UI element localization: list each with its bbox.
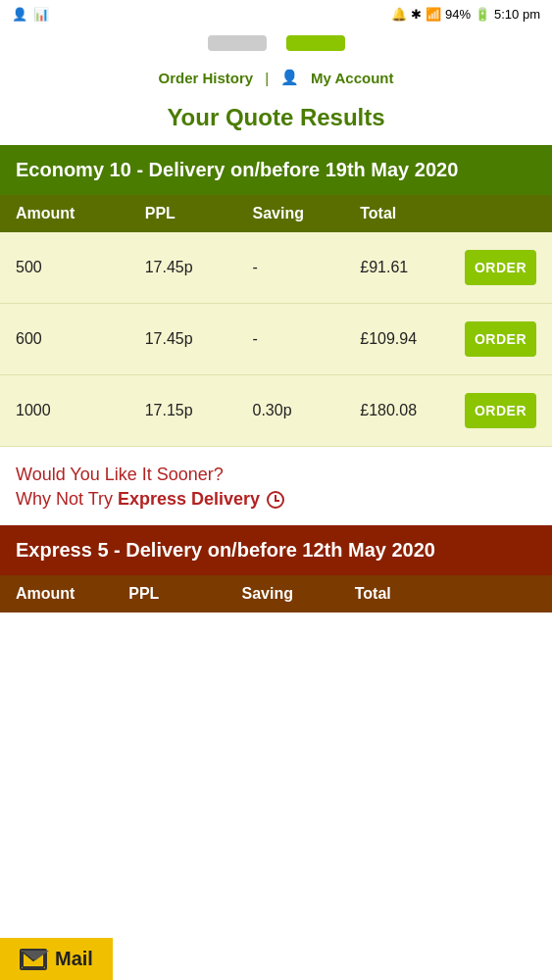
express-section: Express 5 - Delivery on/before 12th May … — [0, 525, 552, 612]
page-title: Your Quote Results — [0, 94, 552, 145]
express-col-total: Total — [355, 585, 468, 603]
express-promo: Would You Like It Sooner? Why Not Try Ex… — [0, 447, 552, 525]
economy-section: Economy 10 - Delivery on/before 19th May… — [0, 145, 552, 447]
person-icon: 👤 — [12, 7, 27, 22]
row3-ppl: 17.15p — [145, 402, 253, 419]
economy-table-header: Amount PPL Saving Total — [0, 195, 552, 232]
row2-ppl: 17.45p — [145, 330, 253, 348]
row1-total: £91.61 — [360, 259, 468, 276]
status-left: 👤 📊 — [12, 7, 49, 22]
col-header-ppl: PPL — [145, 205, 253, 222]
express-promo-line1: Would You Like It Sooner? — [16, 463, 536, 487]
battery-icon: 🔋 — [475, 7, 490, 22]
battery-text: 94% — [445, 7, 471, 22]
table-row: 1000 17.15p 0.30p £180.08 ORDER — [0, 375, 552, 447]
time-display: 5:10 pm — [494, 7, 540, 22]
col-header-total: Total — [360, 205, 468, 222]
nav-divider: | — [265, 70, 269, 86]
order-button-2[interactable]: ORDER — [465, 321, 536, 357]
express-header: Express 5 - Delivery on/before 12th May … — [0, 525, 552, 575]
wifi-icon: 📶 — [426, 7, 441, 22]
bluetooth-icon: ✱ — [411, 7, 422, 22]
row2-total: £109.94 — [360, 330, 468, 348]
alarm-icon: 🔔 — [391, 7, 407, 22]
top-button-inactive[interactable] — [208, 35, 267, 51]
table-row: 600 17.45p - £109.94 ORDER — [0, 304, 552, 375]
row3-total: £180.08 — [360, 402, 468, 419]
row2-amount: 600 — [16, 330, 145, 348]
row3-action: ORDER — [468, 393, 536, 428]
row1-ppl: 17.45p — [145, 259, 253, 276]
col-header-amount: Amount — [16, 205, 145, 222]
row1-action: ORDER — [468, 250, 536, 285]
order-button-3[interactable]: ORDER — [465, 393, 536, 428]
clock-icon — [267, 491, 284, 509]
top-button-active[interactable] — [286, 35, 345, 51]
express-col-amount: Amount — [16, 585, 128, 603]
row2-saving: - — [252, 330, 360, 348]
express-col-ppl: PPL — [128, 585, 241, 603]
row1-saving: - — [252, 259, 360, 276]
my-account-link[interactable]: My Account — [311, 70, 393, 86]
activity-icon: 📊 — [33, 7, 49, 22]
top-buttons-area — [0, 27, 552, 59]
status-bar: 👤 📊 🔔 ✱ 📶 94% 🔋 5:10 pm — [0, 0, 552, 27]
order-history-link[interactable]: Order History — [158, 70, 253, 86]
express-promo-line2: Why Not Try Express Delivery — [16, 487, 536, 512]
nav-links: Order History | 👤 My Account — [0, 59, 552, 94]
status-right: 🔔 ✱ 📶 94% 🔋 5:10 pm — [391, 7, 540, 22]
row3-saving: 0.30p — [252, 402, 360, 419]
express-table-header: Amount PPL Saving Total — [0, 575, 552, 612]
order-button-1[interactable]: ORDER — [465, 250, 536, 285]
row2-action: ORDER — [468, 321, 536, 357]
row3-amount: 1000 — [16, 402, 145, 419]
table-row: 500 17.45p - £91.61 ORDER — [0, 232, 552, 304]
col-header-saving: Saving — [252, 205, 360, 222]
account-icon: 👤 — [280, 69, 299, 86]
row1-amount: 500 — [16, 259, 145, 276]
express-delivery-highlight[interactable]: Express Delivery — [118, 489, 260, 509]
express-col-saving: Saving — [242, 585, 355, 603]
economy-header: Economy 10 - Delivery on/before 19th May… — [0, 145, 552, 195]
